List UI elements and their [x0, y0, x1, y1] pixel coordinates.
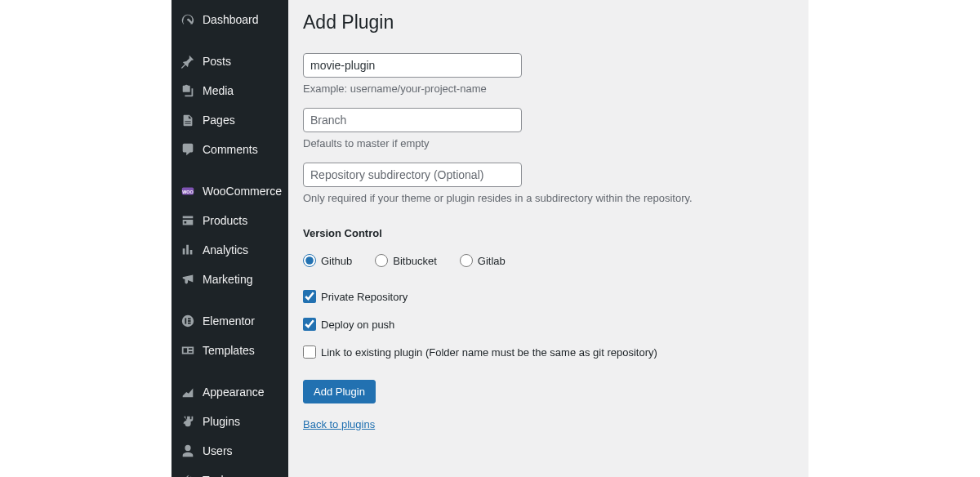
sidebar-item-analytics[interactable]: Analytics — [172, 235, 288, 265]
radio-gitlab-input[interactable] — [460, 254, 473, 267]
appearance-icon — [180, 384, 196, 400]
pages-icon — [180, 112, 196, 128]
marketing-icon — [180, 271, 196, 288]
add-plugin-button[interactable]: Add Plugin — [303, 380, 376, 403]
sidebar-item-label: Posts — [203, 55, 231, 68]
sidebar-item-plugins[interactable]: Plugins — [172, 407, 288, 436]
sidebar-item-label: WooCommerce — [203, 185, 282, 198]
comments-icon — [180, 141, 196, 158]
private-repo-input[interactable] — [303, 290, 316, 303]
woo-icon: WOO — [180, 183, 196, 199]
radio-github-input[interactable] — [303, 254, 316, 267]
sidebar-item-appearance[interactable]: Appearance — [172, 377, 288, 407]
repo-help: Example: username/your-project-name — [303, 82, 792, 95]
version-control-label: Version Control — [303, 227, 792, 239]
page-title: Add Plugin — [303, 11, 792, 33]
radio-bitbucket[interactable]: Bitbucket — [375, 254, 436, 267]
radio-bitbucket-input[interactable] — [375, 254, 388, 267]
analytics-icon — [180, 242, 196, 258]
branch-help: Defaults to master if empty — [303, 137, 792, 149]
sidebar-item-templates[interactable]: Templates — [172, 336, 288, 365]
media-icon — [180, 82, 196, 99]
radio-github-label: Github — [321, 255, 352, 267]
sidebar-item-label: Products — [203, 214, 247, 227]
sidebar-item-label: Pages — [203, 114, 235, 127]
branch-input[interactable] — [303, 108, 522, 132]
version-control-group: Github Bitbucket Gitlab — [303, 254, 792, 267]
svg-rect-5 — [188, 320, 191, 322]
plugins-icon — [180, 413, 196, 430]
sidebar-item-comments[interactable]: Comments — [172, 135, 288, 164]
sidebar-item-label: Elementor — [203, 314, 255, 328]
private-repo-label: Private Repository — [321, 291, 408, 303]
back-link[interactable]: Back to plugins — [303, 418, 792, 430]
svg-rect-4 — [188, 318, 191, 319]
deploy-push-checkbox[interactable]: Deploy on push — [303, 318, 792, 331]
sidebar-item-users[interactable]: Users — [172, 436, 288, 466]
radio-gitlab-label: Gitlab — [478, 255, 506, 267]
radio-github[interactable]: Github — [303, 254, 352, 267]
link-existing-input[interactable] — [303, 345, 316, 359]
sidebar-item-label: Dashboard — [203, 13, 259, 26]
elementor-icon — [180, 313, 196, 329]
sidebar-item-label: Marketing — [203, 273, 252, 286]
sidebar-item-woocommerce[interactable]: WOO WooCommerce — [172, 176, 288, 206]
radio-bitbucket-label: Bitbucket — [393, 255, 436, 267]
sidebar-item-label: Media — [203, 84, 234, 97]
products-icon — [180, 212, 196, 229]
sidebar-item-dashboard[interactable]: Dashboard — [172, 5, 288, 34]
sidebar-item-label: Tools — [203, 474, 229, 477]
private-repo-checkbox[interactable]: Private Repository — [303, 290, 792, 303]
tools-icon — [180, 472, 196, 477]
repo-input[interactable] — [303, 53, 522, 78]
radio-gitlab[interactable]: Gitlab — [460, 254, 506, 267]
link-existing-checkbox[interactable]: Link to existing plugin (Folder name mus… — [303, 345, 792, 359]
sidebar-item-label: Comments — [203, 143, 258, 156]
templates-icon — [180, 342, 196, 359]
sidebar-item-label: Templates — [203, 344, 255, 357]
sidebar-item-posts[interactable]: Posts — [172, 47, 288, 76]
sidebar-item-products[interactable]: Products — [172, 206, 288, 235]
sidebar-item-marketing[interactable]: Marketing — [172, 265, 288, 294]
admin-sidebar: Dashboard Posts Media Pages Comments WOO… — [172, 0, 288, 477]
sidebar-item-media[interactable]: Media — [172, 76, 288, 105]
svg-rect-3 — [185, 318, 186, 323]
sidebar-item-label: Plugins — [203, 415, 240, 428]
subdir-input[interactable] — [303, 163, 522, 187]
sidebar-item-label: Analytics — [203, 243, 248, 256]
pin-icon — [180, 53, 196, 69]
deploy-push-label: Deploy on push — [321, 319, 394, 331]
sidebar-item-elementor[interactable]: Elementor — [172, 306, 288, 336]
dashboard-icon — [180, 11, 196, 28]
sidebar-item-pages[interactable]: Pages — [172, 105, 288, 135]
sidebar-item-label: Appearance — [203, 386, 265, 399]
subdir-help: Only required if your theme or plugin re… — [303, 192, 792, 204]
sidebar-item-tools[interactable]: Tools — [172, 466, 288, 477]
svg-text:WOO: WOO — [182, 189, 193, 194]
link-existing-label: Link to existing plugin (Folder name mus… — [321, 346, 657, 359]
users-icon — [180, 443, 196, 459]
deploy-push-input[interactable] — [303, 318, 316, 331]
svg-rect-6 — [188, 323, 191, 324]
sidebar-item-label: Users — [203, 444, 233, 457]
